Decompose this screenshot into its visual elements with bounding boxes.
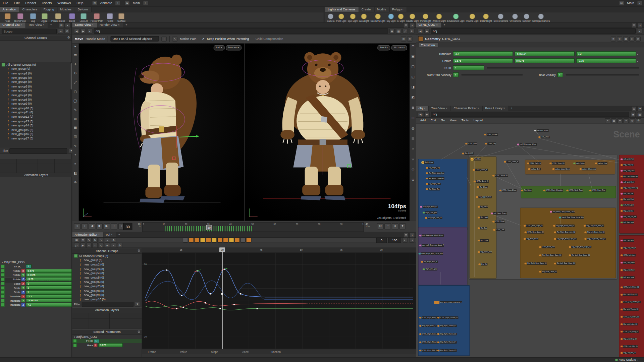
parameter-value[interactable]: -3.75	[26, 277, 72, 281]
pane-tab[interactable]: Character Picker	[451, 106, 483, 111]
network-node[interactable]: Rig_Right_Thumb_05	[437, 349, 457, 352]
network-node[interactable]: Rig_Spine_Mid	[478, 251, 492, 253]
network-node[interactable]: CTRL_Neck_Root	[567, 189, 583, 191]
network-node[interactable]: CTRL_Left_Thumb_01	[621, 301, 641, 303]
range-end-top[interactable]: 49	[366, 223, 375, 225]
network-node[interactable]: Rig_Right_Pinky_1	[419, 325, 436, 327]
channel-group-item[interactable]: new_group9 (0)	[72, 293, 142, 297]
link-icon[interactable]: ∞	[58, 29, 63, 34]
channel-group-item[interactable]: new_group6 (0)	[0, 88, 72, 93]
network-node[interactable]: null_Left_Toe	[621, 192, 634, 195]
keyframe-tick[interactable]	[213, 226, 214, 232]
motion-path-toggle[interactable]: Motion Path	[180, 37, 196, 41]
bear-visibility-slider[interactable]	[566, 74, 639, 75]
transport-button[interactable]: ›	[111, 223, 118, 229]
checkbox[interactable]	[74, 254, 77, 258]
keep-position-toggle[interactable]: Keep Position When Parenting	[207, 37, 249, 41]
network-node[interactable]: Right_Knee	[422, 161, 434, 164]
forward-icon[interactable]: ▶	[80, 28, 86, 34]
forward-icon[interactable]: ▶	[424, 112, 430, 117]
network-node[interactable]: Lantern_Export	[534, 129, 549, 132]
network-node[interactable]: CTRL_Root	[465, 142, 477, 145]
parameter-value[interactable]: 1	[26, 286, 72, 290]
keyframe-indicator[interactable]	[1, 286, 4, 290]
network-node[interactable]: CTRL_Front_Prot	[589, 189, 605, 191]
network-node[interactable]: Rig_Left_Foot	[621, 198, 634, 200]
pane-tab[interactable]: Animation Editor	[72, 232, 104, 237]
network-node[interactable]: Rig_Bear_Cape_05	[539, 270, 557, 273]
keyframe-tick[interactable]	[218, 226, 219, 232]
pane-split-icon[interactable]: ▾	[637, 23, 643, 28]
shelf-tool[interactable]: Switcher	[522, 13, 531, 22]
shelf-tool[interactable]: Parent Blend	[50, 13, 66, 22]
ladder-arrow-icon[interactable]: ▸	[637, 59, 638, 62]
pane-tab[interactable]: Channel List	[0, 22, 26, 28]
shelf-tool[interactable]: Spot Light	[347, 13, 359, 22]
pane-menu-icon[interactable]: ⊞	[59, 23, 64, 28]
skirt-visibility-field[interactable]: 1	[453, 72, 459, 77]
network-node[interactable]: Rig_Collar	[478, 239, 489, 242]
network-node[interactable]: CTRL_Spine_IK	[473, 169, 488, 171]
keyframe-tick[interactable]	[187, 226, 187, 232]
viewport-tool-icon[interactable]: ⊡	[412, 44, 414, 48]
shelf-tab[interactable]: Modify	[374, 7, 389, 12]
shelf-tab[interactable]: Rigging	[41, 7, 58, 12]
shelf-tool[interactable]: Jiggle	[39, 13, 50, 22]
network-node[interactable]: CTRL_Left_Mid_01	[621, 345, 638, 348]
network-node[interactable]: Rig_Left_Pinky_02	[621, 294, 638, 296]
parameter-header-icon[interactable]: ↻	[617, 36, 622, 41]
viewport-tool-icon[interactable]: △	[412, 147, 414, 150]
network-node[interactable]: Rig_Left_Toe	[621, 210, 634, 212]
keyframe-tick[interactable]	[227, 226, 227, 232]
transform-folder-tab[interactable]: Transform	[418, 43, 439, 47]
network-node[interactable]: pathcv_Hips	[595, 162, 607, 165]
anim-toolbar-icon[interactable]: ⊕	[111, 238, 116, 243]
key-toggle-button[interactable]	[217, 238, 223, 243]
pane-tab[interactable]: Tree View	[26, 22, 48, 28]
viewport-tool-icon[interactable]: ◇	[412, 168, 414, 171]
menu-item[interactable]: File	[0, 0, 11, 7]
keyframe-tick[interactable]	[225, 226, 225, 232]
network-node[interactable]: Rig_Left_LowerLeg	[621, 187, 638, 189]
channel-group-item[interactable]: new_group15 (0)	[0, 128, 72, 132]
network-node[interactable]: CTRL_Right_Mid_01	[419, 349, 438, 352]
viewport-tool-icon[interactable]: ◱	[412, 65, 415, 68]
current-frame-field[interactable]: 30	[123, 223, 132, 230]
pane-tab[interactable]: Scene View	[72, 22, 97, 27]
network-node[interactable]: sym_null_Reference_Local_Arm	[419, 244, 444, 247]
network-node[interactable]: null_Right_Foot_Fx	[420, 205, 438, 208]
parameter-value[interactable]: -5.89134	[26, 299, 72, 303]
playbar-option-icon[interactable]: ●	[392, 223, 398, 229]
channel-group-item[interactable]: new_group10 (0)	[0, 106, 72, 110]
scene-selector[interactable]: Main	[130, 0, 143, 7]
channel-group-item[interactable]: new_group8 (0)	[72, 289, 142, 293]
keyframe-tick[interactable]	[205, 226, 205, 232]
graph-current-frame-line[interactable]	[222, 248, 222, 349]
network-node[interactable]: Rig_Left_Bear_Cape_01	[584, 238, 606, 240]
anim-toolbar-icon[interactable]: ▶	[80, 243, 86, 248]
pane-tab[interactable]: obj	[104, 232, 116, 237]
parameter-value[interactable]: 3.675	[98, 343, 123, 347]
network-node[interactable]: Rig_Neck	[478, 205, 488, 208]
pane-menu-icon[interactable]: ⊞	[403, 23, 409, 28]
shelf-tool[interactable]: Volume Light	[465, 13, 479, 22]
keyframe-tick[interactable]	[233, 226, 234, 232]
keyframe-tick[interactable]	[202, 226, 203, 232]
network-node[interactable]: Rig_Left_Thumb_02	[621, 308, 639, 311]
network-node[interactable]: null_Bear_Cape_Orient_Local	[550, 210, 575, 213]
network-node[interactable]: Rig_Right_Foot	[426, 183, 441, 185]
network-node[interactable]: CTRL_Right_Thumb_01	[437, 316, 459, 319]
shelf-tool[interactable]: Distant Light	[479, 13, 493, 22]
camera-selector[interactable]: No cam	[226, 45, 241, 51]
keyframe-indicator[interactable]	[1, 299, 4, 302]
network-node[interactable]: Rig_Right_Bear_Cape_03	[539, 254, 562, 256]
keyframe-tick[interactable]	[182, 226, 183, 232]
network-menu-item[interactable]: Add	[418, 118, 428, 123]
network-menu-item[interactable]: Go	[438, 118, 447, 123]
pane-tab[interactable]: Render View	[97, 22, 123, 27]
network-toolbar-icon[interactable]: ≡	[624, 118, 629, 123]
keyframe-tick[interactable]	[167, 226, 168, 232]
gear-icon[interactable]: ⚙	[67, 36, 70, 40]
shelf-tool[interactable]: GI Light	[396, 13, 405, 22]
keyframe-tick[interactable]	[198, 226, 199, 232]
